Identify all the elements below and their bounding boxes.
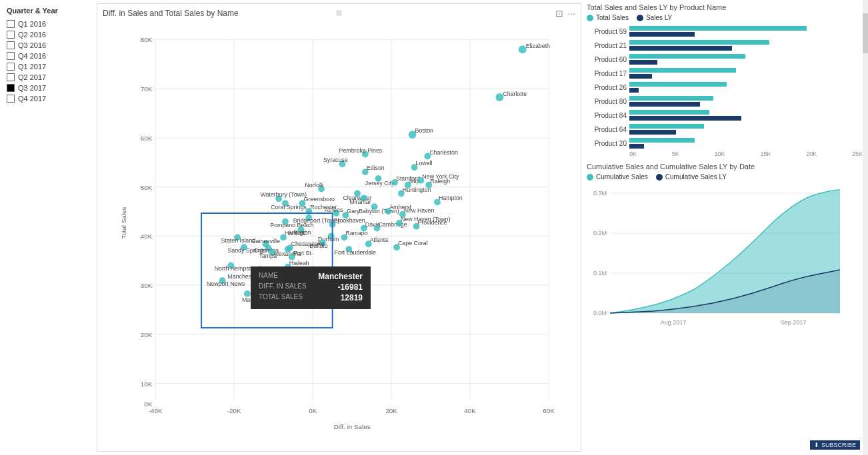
svg-text:-40K: -40K: [149, 407, 163, 414]
checkbox-box[interactable]: [7, 52, 15, 60]
checkbox-box[interactable]: [7, 63, 15, 71]
bar-navy: [629, 102, 700, 107]
bar-product-label: Product 26: [587, 84, 627, 91]
bar-teal: [629, 110, 709, 115]
bar-container: [629, 82, 863, 93]
scatter-tooltip: NAME Manchester DIFF. IN SALES -16981 TO…: [251, 266, 371, 309]
subscribe-button[interactable]: ⬇ SUBSCRIBE: [810, 440, 860, 450]
bar-teal: [629, 54, 745, 59]
legend-sales-ly-label: Sales LY: [646, 14, 672, 21]
svg-text:Syracuse: Syracuse: [323, 157, 348, 163]
svg-text:Brookhaven: Brookhaven: [334, 217, 365, 224]
bar-navy: [629, 130, 676, 135]
bar-row: Product 17: [587, 67, 863, 79]
checkbox-box[interactable]: [7, 41, 15, 49]
svg-text:Fort Lauderdale: Fort Lauderdale: [335, 249, 376, 256]
bar-navy: [629, 88, 639, 93]
legend-total-sales: Total Sales: [587, 14, 629, 21]
bar-row: Product 20: [587, 137, 863, 149]
tooltip-diff-label: DIFF. IN SALES: [259, 282, 307, 292]
bar-product-label: Product 17: [587, 70, 627, 77]
svg-text:Diff. in Sales: Diff. in Sales: [334, 423, 371, 430]
checkbox-box[interactable]: [7, 84, 15, 92]
bar-container: [629, 54, 863, 65]
subscribe-label: SUBSCRIBE: [821, 442, 856, 448]
more-icon[interactable]: ···: [567, 8, 575, 19]
checkbox-label: Q3 2016: [18, 41, 46, 49]
legend-dot-teal: [587, 15, 593, 21]
svg-text:30K: 30K: [141, 282, 153, 289]
bar-navy: [629, 46, 732, 51]
sidebar-item-q4-2017[interactable]: Q4 2017: [7, 95, 87, 103]
checkbox-box[interactable]: [7, 20, 15, 28]
drag-handle[interactable]: ≡: [336, 7, 342, 19]
bar-product-label: Product 80: [587, 98, 627, 105]
svg-text:0.2M: 0.2M: [593, 230, 607, 236]
bar-container: [629, 110, 863, 121]
svg-text:Greensboro: Greensboro: [303, 196, 335, 203]
scatter-chart: ≡ Diff. in Sales and Total Sales by Name…: [97, 3, 581, 452]
bar-teal: [629, 96, 713, 101]
bar-product-label: Product 64: [587, 126, 627, 133]
svg-text:Huntington: Huntington: [403, 187, 431, 193]
scatter-area[interactable]: 80K 70K 60K 50K 40K 30K 20K 10K 0K -40K …: [97, 20, 581, 446]
checkbox-label: Q4 2016: [18, 52, 46, 60]
checkbox-label: Q2 2017: [18, 73, 46, 81]
scatter-svg: 80K 70K 60K 50K 40K 30K 20K 10K 0K -40K …: [97, 20, 581, 446]
bar-product-label: Product 20: [587, 140, 627, 147]
bar-row: Product 64: [587, 123, 863, 135]
svg-text:Hampton: Hampton: [439, 195, 463, 201]
bar-navy: [629, 60, 657, 65]
svg-text:Boston: Boston: [415, 127, 434, 134]
cumulative-section: Cumulative Sales and Cumulative Sales LY…: [587, 163, 863, 452]
sidebar-item-q1-2016[interactable]: Q1 2016: [7, 20, 87, 28]
scrollbar-thumb[interactable]: [863, 13, 868, 53]
right-panel: Total Sales and Sales LY by Product Name…: [581, 0, 868, 455]
bar-teal: [629, 68, 736, 73]
sidebar-item-q4-2016[interactable]: Q4 2016: [7, 52, 87, 60]
svg-text:-20K: -20K: [227, 407, 241, 414]
checkbox-box[interactable]: [7, 95, 15, 103]
svg-text:50K: 50K: [141, 184, 153, 191]
checkbox-list: Q1 2016Q2 2016Q3 2016Q4 2016Q1 2017Q2 20…: [7, 20, 87, 103]
checkbox-label: Q3 2017: [18, 84, 46, 92]
expand-icon[interactable]: ⊡: [555, 8, 563, 19]
bar-container: [629, 40, 863, 51]
svg-text:0.3M: 0.3M: [593, 190, 607, 197]
cum-legend-sales: Cumulative Sales: [587, 173, 648, 181]
bar-container: [629, 26, 863, 37]
svg-text:60K: 60K: [543, 407, 555, 414]
bar-container: [629, 138, 863, 149]
sidebar-item-q2-2017[interactable]: Q2 2017: [7, 73, 87, 81]
bar-container: [629, 96, 863, 107]
sidebar-item-q3-2016[interactable]: Q3 2016: [7, 41, 87, 49]
sidebar-item-q2-2016[interactable]: Q2 2016: [7, 31, 87, 39]
bar-row: Product 26: [587, 81, 863, 93]
subscribe-icon: ⬇: [814, 442, 819, 448]
bar-container: [629, 124, 863, 135]
tooltip-total-label: TOTAL SALES: [259, 293, 303, 302]
sidebar-item-q3-2017[interactable]: Q3 2017: [7, 84, 87, 92]
scrollbar-track[interactable]: [863, 0, 868, 455]
tooltip-name-label: NAME: [259, 272, 278, 281]
svg-text:60K: 60K: [141, 135, 153, 142]
bar-chart-title: Total Sales and Sales LY by Product Name: [587, 3, 863, 11]
svg-text:40K: 40K: [141, 232, 153, 240]
sidebar-item-q1-2017[interactable]: Q1 2017: [7, 63, 87, 71]
svg-text:Providence: Providence: [417, 219, 447, 226]
bar-navy: [629, 74, 652, 79]
cum-legend-sales-ly: Cumulative Sales LY: [656, 173, 727, 181]
svg-text:Raleigh: Raleigh: [430, 178, 450, 185]
checkbox-box[interactable]: [7, 73, 15, 81]
bar-teal: [629, 40, 769, 45]
cumulative-legend: Cumulative Sales Cumulative Sales LY: [587, 173, 863, 181]
bar-teal: [629, 26, 807, 31]
bar-chart-section: Total Sales and Sales LY by Product Name…: [587, 3, 863, 157]
checkbox-box[interactable]: [7, 31, 15, 39]
svg-text:Pembroke Pines: Pembroke Pines: [339, 147, 383, 154]
tooltip-name-value: Manchester: [318, 272, 363, 281]
bar-row: Product 59: [587, 25, 863, 37]
checkbox-label: Q4 2017: [18, 95, 46, 103]
svg-text:Jersey City: Jersey City: [365, 180, 395, 187]
bar-product-label: Product 60: [587, 56, 627, 63]
